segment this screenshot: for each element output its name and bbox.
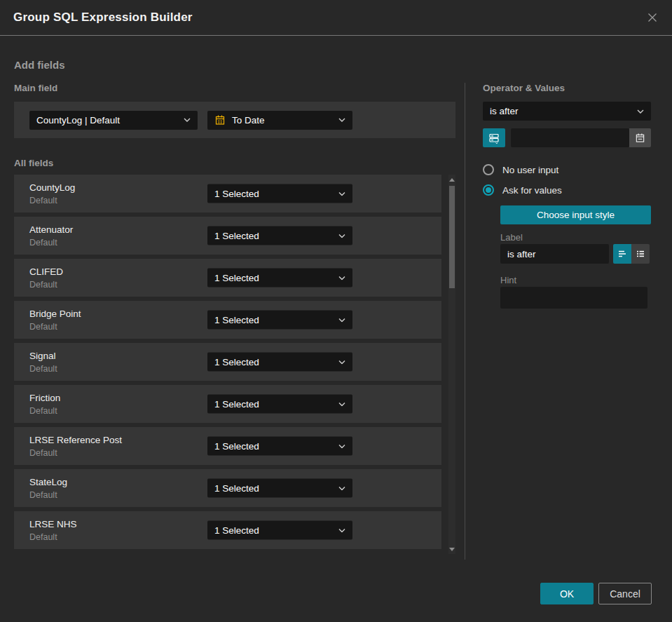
dialog-body: Add fields Main field CountyLog | Defaul… [0,59,672,604]
stack-values-icon [488,133,500,144]
field-selected-value: 1 Selected [214,189,259,199]
chevron-down-icon [338,402,345,406]
field-row: CountyLog Default 1 Selected [14,175,441,212]
hint-caption: Hint [500,275,652,285]
chevron-down-icon [637,109,644,114]
single-line-style-button[interactable] [613,244,631,264]
field-selected-value: 1 Selected [214,231,259,241]
main-field-dropdown[interactable]: CountyLog | Default [29,111,198,130]
bulleted-list-icon [636,249,645,259]
main-field-panel: CountyLog | Default [14,102,455,138]
main-field-dropdown-value: CountyLog | Default [36,115,120,126]
field-selected-value: 1 Selected [214,315,259,325]
close-icon [647,12,658,23]
radio-no-user-input[interactable]: No user input [483,164,652,175]
field-selected-dropdown[interactable]: 1 Selected [207,353,352,372]
field-selected-value: 1 Selected [214,399,259,410]
field-selected-dropdown[interactable]: 1 Selected [207,521,352,540]
chevron-down-icon [338,486,345,490]
label-row [500,244,652,264]
calendar-icon [635,133,645,143]
all-fields-list: CountyLog Default 1 Selected Attenuator … [14,175,441,549]
all-fields-list-wrap: CountyLog Default 1 Selected Attenuator … [14,175,455,549]
chevron-down-icon [338,118,345,122]
main-field-date-dropdown[interactable]: To Date [207,111,352,130]
field-row: LRSE Reference Post Default 1 Selected [14,427,441,465]
add-fields-heading: Add fields [14,59,652,71]
columns: Main field CountyLog | Default [14,83,652,560]
all-fields-heading: All fields [14,158,455,168]
radio-unselected-icon [483,164,494,175]
chevron-down-icon [338,360,345,364]
choose-input-style-button[interactable]: Choose input style [500,205,651,224]
chevron-down-icon [184,118,191,122]
ask-values-options: Choose input style Label [500,196,652,309]
field-row: Bridge Point Default 1 Selected [14,301,441,339]
group-sql-expression-builder-dialog: { "window": { "title": "Group SQL Expres… [0,0,672,622]
field-selected-dropdown[interactable]: 1 Selected [207,269,352,288]
chevron-down-icon [338,234,345,238]
field-selected-dropdown[interactable]: 1 Selected [207,479,352,498]
field-selected-dropdown[interactable]: 1 Selected [207,395,352,414]
chevron-down-icon [338,191,345,196]
operator-values-column: Operator & Values is after [465,83,652,560]
main-field-heading: Main field [14,83,455,93]
operator-values-heading: Operator & Values [483,83,652,93]
operator-dropdown-value: is after [490,106,519,116]
hint-input[interactable] [500,287,647,309]
field-row: Attenuator Default 1 Selected [14,217,441,255]
chevron-down-icon [338,276,345,280]
radio-ask-for-values[interactable]: Ask for values [483,184,652,196]
field-selected-value: 1 Selected [214,525,259,536]
user-input-radio-group: No user input Ask for values [483,164,652,196]
scrollbar-thumb[interactable] [449,186,455,288]
label-style-toggle-group [613,244,650,264]
chevron-down-icon [338,528,345,532]
radio-no-user-input-label: No user input [502,165,558,175]
main-field-date-value: To Date [232,115,265,126]
fields-column: Main field CountyLog | Default [14,83,455,560]
dialog-header: Group SQL Expression Builder [0,0,672,36]
scroll-down-icon[interactable] [448,546,455,553]
ok-button[interactable]: OK [540,583,594,604]
field-selected-dropdown[interactable]: 1 Selected [207,227,352,245]
value-input[interactable] [511,128,629,147]
field-row: StateLog Default 1 Selected [14,469,441,507]
field-selected-dropdown[interactable]: 1 Selected [207,311,352,330]
field-selected-value: 1 Selected [214,483,259,494]
chevron-down-icon [338,444,345,448]
field-selected-dropdown[interactable]: 1 Selected [207,184,352,203]
label-input[interactable] [500,244,609,264]
radio-selected-icon [483,184,494,196]
dialog-footer: OK Cancel [14,583,652,604]
field-row: LRSE NHS Default 1 Selected [14,511,441,549]
date-picker-button[interactable] [629,128,651,147]
chevron-down-icon [338,318,345,322]
date-field-icon [214,114,226,126]
field-selected-value: 1 Selected [214,273,259,283]
align-left-icon [617,249,627,259]
field-row: Signal Default 1 Selected [14,343,441,381]
close-button[interactable] [645,11,659,25]
value-source-button[interactable] [483,128,505,147]
scroll-up-icon[interactable] [448,176,455,183]
field-selected-value: 1 Selected [214,441,259,452]
value-row [483,128,651,147]
field-row: CLIFED Default 1 Selected [14,259,441,297]
field-row: Friction Default 1 Selected [14,385,441,423]
operator-dropdown[interactable]: is after [483,102,651,121]
field-selected-dropdown[interactable]: 1 Selected [207,437,352,456]
field-selected-value: 1 Selected [214,357,259,367]
radio-ask-for-values-label: Ask for values [502,185,562,196]
label-caption: Label [500,232,652,243]
dialog-title: Group SQL Expression Builder [13,11,193,25]
vertical-scrollbar[interactable] [448,175,455,554]
list-style-button[interactable] [631,244,650,264]
cancel-button[interactable]: Cancel [598,583,652,604]
